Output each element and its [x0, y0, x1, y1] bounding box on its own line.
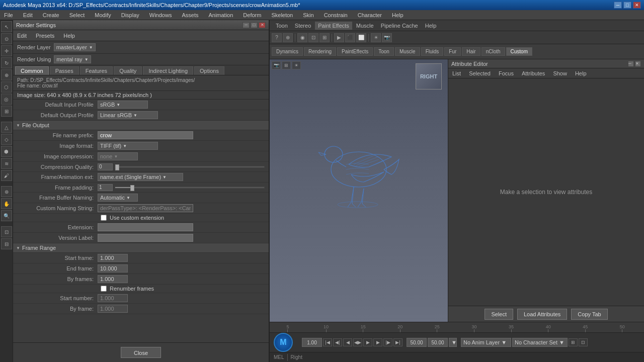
tool-soft[interactable]: ◎	[1, 94, 12, 105]
pb-go-start[interactable]: |◀	[323, 338, 332, 346]
tab-quality[interactable]: Quality	[114, 66, 142, 75]
tab-common[interactable]: Common	[15, 66, 49, 75]
menu-skin[interactable]: Skin	[301, 11, 315, 19]
menu-file[interactable]: File	[2, 11, 15, 19]
tool-move[interactable]: ✛	[1, 45, 12, 56]
tab-features[interactable]: Features	[80, 66, 113, 75]
pb-play-back[interactable]: ◀▶	[353, 338, 362, 346]
shelf-tab-fur[interactable]: Fur	[444, 47, 461, 56]
ae-menu-show[interactable]: Show	[551, 69, 569, 77]
tool-snap2[interactable]: ⊟	[1, 238, 12, 249]
file-name-prefix-input[interactable]	[98, 131, 193, 139]
minimize-button[interactable]: ─	[614, 2, 622, 9]
frame-range-section[interactable]: ▼ Frame Range	[13, 243, 269, 253]
timeline-bar[interactable]: 5 10 15 20 25 30 35 40 45 50	[270, 322, 644, 333]
shelf-tab-hair[interactable]: Hair	[462, 47, 480, 56]
extension-input[interactable]	[98, 223, 193, 231]
tool-nurbs[interactable]: ◇	[1, 134, 12, 145]
shelf-pan[interactable]: ⊡	[308, 33, 318, 42]
shelf-tab-ncloth[interactable]: nCloth	[481, 47, 505, 56]
tool-transform[interactable]: ⬡	[1, 81, 12, 93]
shelf-question[interactable]: ?	[272, 33, 282, 42]
range-start-input[interactable]	[407, 338, 427, 347]
menu-assets[interactable]: Assets	[180, 11, 200, 19]
frame-buffer-dropdown[interactable]: Automatic▼	[98, 194, 138, 202]
ae-menu-list[interactable]: List	[450, 69, 463, 77]
shelf-lights[interactable]: ☀	[371, 33, 381, 42]
shelf-render1[interactable]: ▶	[334, 33, 344, 42]
tab-options[interactable]: Options	[194, 66, 224, 75]
default-output-dropdown[interactable]: Linear sRGB▼	[98, 111, 158, 119]
tool-orbit[interactable]: ⊛	[1, 186, 12, 197]
rs-menu-edit[interactable]: Edit	[15, 32, 29, 40]
frame-padding-track[interactable]	[115, 187, 265, 189]
use-custom-extension-checkbox[interactable]	[101, 215, 107, 221]
tab-passes[interactable]: Passes	[50, 66, 79, 75]
maya-menu-stereo[interactable]: Stereo	[292, 22, 314, 30]
file-output-section[interactable]: ▼ File Output	[13, 121, 269, 130]
vp-btn-grid[interactable]: ⊞	[282, 61, 291, 69]
shelf-tab-dynamics[interactable]: Dynamics	[272, 47, 303, 56]
ae-minimize[interactable]: ─	[628, 61, 634, 67]
range-dropdown[interactable]: ▼	[449, 338, 457, 347]
tool-subdiv[interactable]: ⬢	[1, 146, 12, 157]
maya-menu-pipeline-cache[interactable]: Pipeline Cache	[378, 22, 421, 30]
tool-dynamics[interactable]: ≋	[1, 158, 12, 169]
by-frames-input[interactable]	[98, 275, 128, 283]
renumber-frames-checkbox[interactable]	[101, 286, 107, 292]
tool-polygon[interactable]: △	[1, 122, 12, 133]
shelf-tab-fluids[interactable]: Fluids	[421, 47, 444, 56]
rs-close[interactable]: ✕	[259, 22, 266, 28]
rs-menu-help[interactable]: Help	[61, 32, 77, 40]
tool-paint[interactable]: 🖌	[1, 170, 12, 181]
menu-select[interactable]: Select	[67, 11, 87, 19]
menu-edit[interactable]: Edit	[21, 11, 35, 19]
shelf-tab-muscle[interactable]: Muscle	[395, 47, 420, 56]
maximize-button[interactable]: □	[623, 2, 631, 9]
image-format-dropdown[interactable]: TIFF (tif)▼	[98, 142, 158, 150]
shelf-tab-custom[interactable]: Custom	[506, 47, 532, 56]
shelf-render2[interactable]: ⬛	[345, 33, 355, 42]
shelf-cam[interactable]: 📷	[382, 33, 392, 42]
rs-close-button[interactable]: Close	[121, 347, 161, 358]
tab-indirect-lighting[interactable]: Indirect Lighting	[143, 66, 193, 75]
current-time-input[interactable]	[302, 338, 322, 347]
rs-maximize[interactable]: □	[251, 22, 258, 28]
pb-prev-frame[interactable]: ◀	[343, 338, 352, 346]
compression-quality-track[interactable]	[115, 166, 265, 168]
menu-display[interactable]: Display	[119, 11, 141, 19]
menu-help[interactable]: Help	[390, 11, 406, 19]
shelf-tab-toon[interactable]: Toon	[374, 47, 394, 56]
close-button-main[interactable]: ✕	[633, 2, 641, 9]
ae-menu-selected[interactable]: Selected	[467, 69, 493, 77]
shelf-zoom[interactable]: ⊞	[319, 33, 330, 42]
ae-menu-help[interactable]: Help	[573, 69, 589, 77]
menu-create[interactable]: Create	[41, 11, 61, 19]
menu-animation[interactable]: Animation	[206, 11, 235, 19]
tool-snap1[interactable]: ⊡	[1, 226, 12, 237]
maya-menu-toon[interactable]: Toon	[273, 22, 291, 30]
pb-extra1[interactable]: ⊞	[569, 338, 578, 346]
tool-scale[interactable]: ⊕	[1, 69, 12, 80]
ae-close[interactable]: ✕	[635, 61, 641, 67]
ae-select-button[interactable]: Select	[485, 309, 513, 320]
menu-windows[interactable]: Windows	[147, 11, 174, 19]
rs-menu-presets[interactable]: Presets	[34, 32, 56, 40]
default-input-dropdown[interactable]: sRGB▼	[98, 101, 148, 109]
anim-layer-dropdown[interactable]: No Anim Layer▼	[461, 338, 511, 347]
range-end-input[interactable]	[428, 338, 448, 347]
maya-menu-muscle[interactable]: Muscle	[353, 22, 377, 30]
custom-naming-input[interactable]	[98, 204, 193, 212]
shelf-orbit[interactable]: ◉	[297, 33, 307, 42]
ae-copy-tab-button[interactable]: Copy Tab	[571, 309, 607, 320]
menu-deform[interactable]: Deform	[241, 11, 263, 19]
tool-show-manip[interactable]: ⊞	[1, 106, 12, 117]
frame-anim-dropdown[interactable]: name.ext (Single Frame)▼	[98, 173, 183, 181]
tool-lasso[interactable]: ⊙	[1, 33, 12, 44]
start-number-input[interactable]	[98, 294, 128, 302]
tool-select[interactable]: ↖	[1, 21, 12, 32]
version-label-input[interactable]	[98, 234, 193, 242]
tool-rotate[interactable]: ↻	[1, 57, 12, 68]
viewport-3d[interactable]: 📷 ⊞ ☀ RIGHT	[270, 59, 448, 322]
pb-prev-key[interactable]: ◀|	[333, 338, 342, 346]
